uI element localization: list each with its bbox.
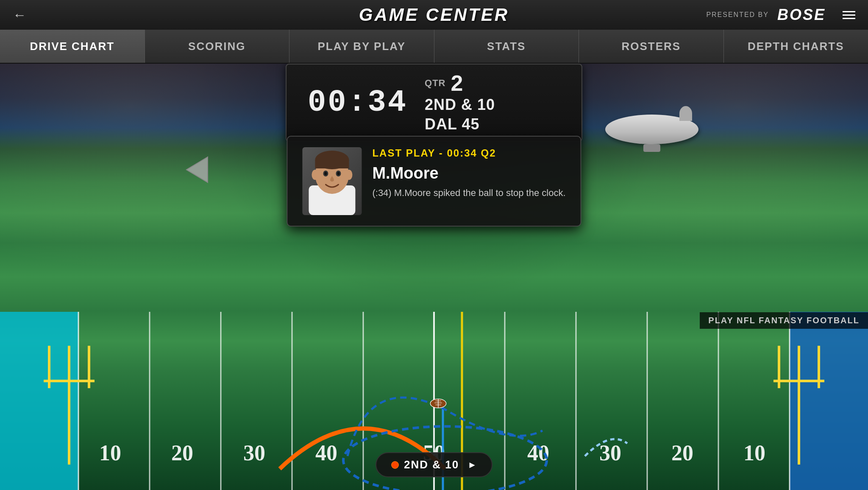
svg-rect-1 xyxy=(790,312,868,490)
down-indicator-dot xyxy=(391,461,399,469)
menu-icon[interactable] xyxy=(843,11,855,19)
game-info: QTR 2 2ND & 10 DAL 45 xyxy=(425,72,495,133)
app-title: GAME CENTER xyxy=(359,5,509,25)
play-info: LAST PLAY - 00:34 Q2 M.Moore (:34) M.Moo… xyxy=(372,147,565,200)
football xyxy=(430,398,447,409)
header-bar: ← GAME CENTER PRESENTED BY BOSE xyxy=(0,0,868,30)
last-play-popup: LAST PLAY - 00:34 Q2 M.Moore (:34) M.Moo… xyxy=(287,136,581,227)
svg-point-39 xyxy=(324,172,327,175)
svg-rect-0 xyxy=(0,312,78,490)
tab-scoring[interactable]: SCORING xyxy=(145,30,290,63)
quarter-label: QTR xyxy=(425,78,445,89)
game-clock: 00:34 xyxy=(308,85,408,120)
play-arrow-icon[interactable]: ► xyxy=(467,459,477,470)
down-text: 2ND & 10 xyxy=(404,458,459,471)
tab-rosters[interactable]: ROSTERS xyxy=(579,30,724,63)
chevron-left-icon[interactable] xyxy=(178,153,212,195)
last-play-title: LAST PLAY - 00:34 Q2 xyxy=(372,147,565,159)
svg-point-40 xyxy=(337,172,339,175)
tab-play-by-play[interactable]: PLAY BY PLAY xyxy=(289,30,434,63)
blimp xyxy=(605,115,698,144)
header-center: GAME CENTER xyxy=(359,5,509,25)
field-position: DAL 45 xyxy=(425,115,495,133)
svg-text:20: 20 xyxy=(171,441,193,465)
blimp-body xyxy=(605,115,698,144)
tab-drive-chart[interactable]: DRIVE CHART xyxy=(0,30,145,63)
tab-stats[interactable]: STATS xyxy=(434,30,579,63)
goalpost-right xyxy=(798,346,800,465)
svg-text:30: 30 xyxy=(243,441,265,465)
bose-logo: BOSE xyxy=(777,6,826,24)
svg-point-41 xyxy=(312,170,318,180)
presented-by-label: PRESENTED BY xyxy=(706,11,769,19)
player-photo xyxy=(302,147,362,215)
tab-depth-charts[interactable]: DEPTH CHARTS xyxy=(724,30,868,63)
quarter-row: QTR 2 xyxy=(425,72,495,94)
svg-text:30: 30 xyxy=(599,441,621,465)
nav-tabs: DRIVE CHART SCORING PLAY BY PLAY STATS R… xyxy=(0,30,868,64)
quarter-number: 2 xyxy=(451,72,463,94)
down-indicator: 2ND & 10 xyxy=(391,458,459,471)
goalpost-left xyxy=(68,346,70,465)
svg-text:20: 20 xyxy=(671,441,693,465)
down-distance: 2ND & 10 xyxy=(425,96,495,114)
svg-point-42 xyxy=(345,170,352,180)
player-name: M.Moore xyxy=(372,164,565,182)
header-right: PRESENTED BY BOSE xyxy=(706,6,855,24)
back-button[interactable]: ← xyxy=(13,7,26,23)
fantasy-banner: PLAY NFL FANTASY FOOTBALL xyxy=(700,312,868,329)
svg-rect-36 xyxy=(315,160,349,168)
play-description: (:34) M.Moore spiked the ball to stop th… xyxy=(372,187,565,200)
svg-marker-31 xyxy=(186,157,208,182)
blimp-fin xyxy=(679,106,692,121)
svg-text:10: 10 xyxy=(743,441,765,465)
scoreboard: 00:34 QTR 2 2ND & 10 DAL 45 xyxy=(286,64,582,142)
blimp-gondola xyxy=(643,144,660,152)
bottom-status-bar: 2ND & 10 ► xyxy=(376,452,492,477)
svg-text:10: 10 xyxy=(99,441,121,465)
svg-text:40: 40 xyxy=(315,441,337,465)
